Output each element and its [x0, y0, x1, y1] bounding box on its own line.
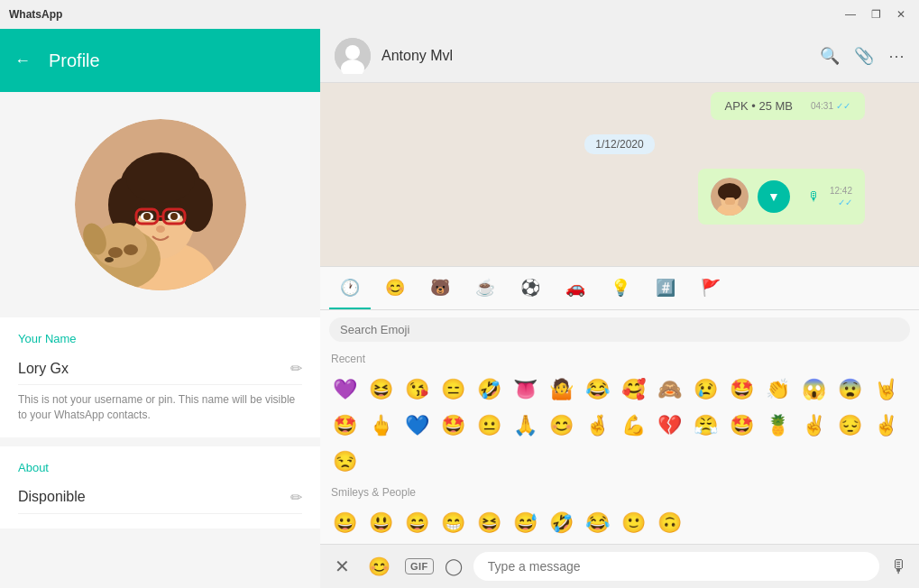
emoji-item[interactable]: 💪: [616, 409, 650, 443]
voice-mic-icon: 🎙: [808, 189, 821, 204]
voice-play-button[interactable]: ▼: [758, 180, 790, 213]
emoji-item[interactable]: 🤩: [436, 409, 470, 443]
emoji-item[interactable]: 😱: [796, 372, 831, 407]
emoji-item[interactable]: 😤: [688, 409, 722, 443]
name-value: Lory Gx: [18, 361, 69, 377]
recent-emojis-grid: 💜 😆 😘 😑 🤣 👅 🤷 😂 🥰 🙈 😢 🤩 👏 😱 😨 🤘 🤩 🖕 💙: [320, 369, 919, 482]
emoji-item[interactable]: 👅: [508, 372, 542, 407]
message-input[interactable]: [473, 552, 879, 581]
emoji-item[interactable]: 🤣: [544, 506, 578, 540]
search-button[interactable]: 🔍: [820, 46, 840, 66]
message-file: APK • 25 MB 04:31 ✓✓: [711, 92, 865, 120]
emoji-button[interactable]: 😊: [364, 552, 394, 581]
svg-point-13: [143, 213, 151, 220]
emoji-item[interactable]: 🙂: [616, 506, 650, 540]
emoji-item[interactable]: 🤞: [580, 409, 614, 443]
emoji-item[interactable]: 😄: [400, 506, 434, 540]
svg-point-19: [124, 244, 138, 255]
gif-button[interactable]: GIF: [405, 558, 434, 574]
your-name-label: Your Name: [18, 332, 302, 345]
emoji-item[interactable]: 😁: [436, 506, 470, 540]
svg-point-7: [126, 158, 195, 203]
about-value: Disponible: [18, 489, 86, 505]
voice-read-tick: ✓✓: [838, 198, 852, 207]
emoji-item[interactable]: 🤷: [544, 372, 578, 407]
edit-about-button[interactable]: ✏: [290, 489, 302, 506]
emoji-item[interactable]: 😐: [472, 409, 506, 443]
profile-title: Profile: [49, 51, 100, 71]
emoji-item[interactable]: 🤩: [724, 372, 758, 407]
emoji-item[interactable]: 😢: [688, 372, 722, 407]
app-title: WhatsApp: [9, 8, 62, 21]
date-badge: 1/12/2020: [584, 134, 654, 154]
emoji-item[interactable]: 🤘: [868, 372, 903, 407]
read-tick: ✓✓: [836, 101, 850, 111]
emoji-tab-animals[interactable]: 🐻: [419, 267, 461, 309]
voice-sender-avatar: [711, 178, 749, 216]
svg-point-23: [345, 45, 360, 60]
emoji-picker: 🕐 😊 🐻 ☕ ⚽ 🚗 💡 #️⃣ 🚩 Recent 💜 😆 😘 😑 🤣: [320, 266, 919, 544]
avatar[interactable]: [75, 119, 246, 290]
mic-button[interactable]: 🎙: [890, 556, 908, 577]
emoji-item[interactable]: 😊: [544, 409, 578, 443]
svg-point-15: [156, 225, 165, 233]
emoji-item[interactable]: 😂: [580, 506, 614, 540]
chat-contact-name: Antony Mvl: [381, 48, 809, 64]
emoji-item[interactable]: 🤣: [472, 372, 506, 407]
svg-point-18: [108, 247, 123, 258]
emoji-item[interactable]: 😂: [580, 372, 614, 407]
emoji-tab-flags[interactable]: 🚩: [690, 267, 731, 309]
close-button[interactable]: ✕: [892, 5, 910, 23]
emoji-tab-food[interactable]: ☕: [464, 267, 506, 309]
voice-message: ▼ 🎙 12:42 ✓✓: [698, 169, 865, 225]
emoji-tab-smileys[interactable]: 😊: [374, 267, 416, 309]
emoji-item[interactable]: 🍍: [760, 409, 795, 443]
emoji-search-input[interactable]: [329, 317, 910, 342]
minimize-button[interactable]: —: [841, 5, 859, 23]
emoji-tab-travel[interactable]: 🚗: [555, 267, 596, 309]
emoji-item[interactable]: 🙃: [652, 506, 686, 540]
close-emoji-button[interactable]: ✕: [331, 552, 354, 581]
emoji-item[interactable]: 😔: [832, 409, 867, 443]
emoji-item[interactable]: 🖕: [363, 409, 398, 443]
chat-header: Antony Mvl 🔍 📎 ⋯: [320, 29, 919, 83]
emoji-item[interactable]: 😀: [327, 506, 362, 540]
more-options-button[interactable]: ⋯: [888, 46, 905, 66]
about-row: Disponible ✏: [18, 482, 302, 514]
emoji-item[interactable]: ✌️: [796, 409, 831, 443]
emoji-item[interactable]: 👏: [760, 372, 795, 407]
emoji-item[interactable]: 🤩: [327, 409, 362, 443]
emoji-item[interactable]: 😅: [508, 506, 542, 540]
contact-avatar-icon: [335, 38, 371, 74]
emoji-item[interactable]: ✌: [868, 409, 903, 443]
emoji-item[interactable]: 😑: [436, 372, 470, 407]
emoji-item[interactable]: 🥰: [616, 372, 650, 407]
back-button[interactable]: ←: [14, 51, 31, 70]
emoji-tab-objects[interactable]: 💡: [600, 267, 641, 309]
profile-avatar-area: [0, 92, 320, 317]
window-controls: — ❐ ✕: [841, 5, 910, 23]
emoji-item[interactable]: 🙏: [508, 409, 542, 443]
emoji-item[interactable]: 😃: [363, 506, 398, 540]
emoji-item[interactable]: 💙: [400, 409, 434, 443]
avatar-image: [75, 119, 246, 290]
emoji-item[interactable]: 🙈: [652, 372, 686, 407]
emoji-tab-symbols[interactable]: #️⃣: [645, 267, 686, 309]
emoji-item[interactable]: 😆: [363, 372, 398, 407]
titlebar: WhatsApp — ❐ ✕: [0, 0, 919, 29]
file-info: APK • 25 MB: [725, 99, 793, 113]
attach-button[interactable]: 📎: [854, 46, 874, 66]
svg-point-14: [170, 213, 178, 220]
maximize-button[interactable]: ❐: [867, 5, 885, 23]
emoji-item[interactable]: 😒: [327, 445, 362, 479]
emoji-item[interactable]: 💜: [327, 372, 362, 407]
edit-name-button[interactable]: ✏: [290, 360, 302, 377]
emoji-item[interactable]: 😨: [832, 372, 867, 407]
emoji-item[interactable]: 🤩: [724, 409, 758, 443]
emoji-item[interactable]: 😆: [472, 506, 506, 540]
emoji-item[interactable]: 💔: [652, 409, 686, 443]
sticker-button[interactable]: ◯: [445, 556, 463, 576]
emoji-item[interactable]: 😘: [400, 372, 434, 407]
emoji-tab-recent[interactable]: 🕐: [329, 267, 371, 309]
emoji-tab-activities[interactable]: ⚽: [510, 267, 551, 309]
